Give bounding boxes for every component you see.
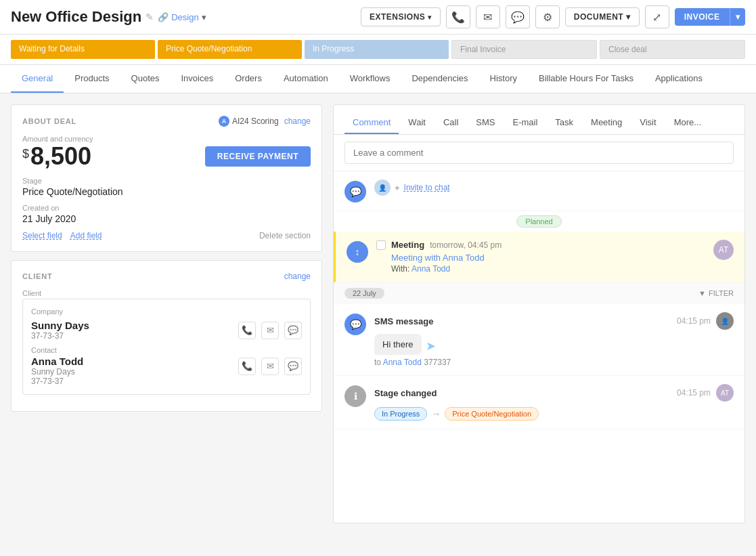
activity-tabs: Comment Wait Call SMS E-mail Task Meetin… [334, 105, 744, 135]
client-change[interactable]: change [284, 272, 311, 281]
meeting-link[interactable]: Meeting with Anna Todd [391, 253, 713, 263]
delete-section-link[interactable]: Delete section [259, 231, 311, 240]
breadcrumb: 🔗 Design ▾ [158, 12, 206, 22]
sms-bubble: Hi there [374, 334, 422, 355]
company-chat-icon[interactable]: 💬 [284, 322, 302, 339]
invoice-caret[interactable]: ▾ [730, 8, 746, 26]
expand-button[interactable]: ⤢ [645, 5, 669, 28]
contact-chat-icon[interactable]: 💬 [284, 358, 302, 375]
email-button[interactable]: ✉ [476, 5, 500, 28]
receive-payment-button[interactable]: RECEIVE PAYMENT [205, 146, 311, 167]
created-value: 21 July 2020 [22, 213, 311, 224]
contact-phone: 37-73-37 [31, 377, 83, 386]
sms-card: SMS message 04:15 pm 👤 Hi there ➤ to [374, 312, 734, 367]
stage-final-invoice[interactable]: Final Invoice [451, 40, 597, 59]
amount-field: Amount and currency $ 8,500 RECEIVE PAYM… [22, 135, 311, 169]
title-section: New Office Design ✎ 🔗 Design ▾ [11, 8, 206, 26]
stage-changed-item: ℹ Stage changed 04:15 pm AT In Progress … [334, 376, 744, 429]
stage-negotiation[interactable]: Price Quote/Negotiation [158, 40, 302, 59]
meeting-left: Meeting tomorrow, 04:45 pm Meeting with … [376, 240, 713, 274]
contact-info: Contact Anna Todd Sunny Days 37-73-37 [31, 346, 83, 386]
breadcrumb-link[interactable]: Design [171, 12, 198, 22]
meeting-activity-icon: ↕ [347, 241, 368, 263]
stage-changed-icon: ℹ [344, 385, 366, 407]
phone-button[interactable]: 📞 [446, 5, 470, 28]
invite-row: 👤 + Invite to chat [374, 179, 734, 196]
tab-applications[interactable]: Applications [644, 65, 713, 93]
activity-tab-meeting[interactable]: Meeting [583, 112, 630, 134]
about-deal-change[interactable]: change [284, 116, 311, 126]
settings-button[interactable]: ⚙ [535, 5, 560, 28]
contact-row: Contact Anna Todd Sunny Days 37-73-37 📞 … [31, 346, 302, 386]
created-field: Created on 21 July 2020 [22, 204, 311, 224]
contact-type-label: Contact [31, 346, 83, 354]
meeting-with-name[interactable]: Anna Todd [412, 264, 450, 274]
filter-button[interactable]: ▼ FILTER [698, 289, 734, 297]
meeting-row: Meeting tomorrow, 04:45 pm Meeting with … [376, 240, 734, 274]
tab-workflows[interactable]: Workflows [339, 65, 401, 93]
ai-scoring: A AI24 Scoring [219, 116, 279, 127]
about-deal-header: ABOUT DEAL A AI24 Scoring change [22, 116, 311, 127]
document-caret: ▾ [626, 12, 631, 22]
extensions-button[interactable]: EXTENSIONS ▾ [361, 7, 441, 26]
stage-waiting[interactable]: Waiting for Details [11, 40, 155, 59]
select-field-link[interactable]: Select field [22, 231, 62, 240]
tab-general[interactable]: General [11, 65, 64, 93]
comment-input[interactable] [344, 142, 734, 164]
company-type-label: Company [31, 307, 63, 317]
client-label: CLIENT [22, 272, 53, 280]
client-header: CLIENT change [22, 272, 311, 281]
client-field-label: Client [22, 289, 311, 297]
invite-chat-link[interactable]: Invite to chat [404, 183, 450, 192]
activity-tab-call[interactable]: Call [435, 112, 466, 134]
contact-phone-icon[interactable]: 📞 [238, 358, 256, 375]
chat-button[interactable]: 💬 [506, 5, 530, 28]
ai-icon: A [219, 116, 229, 127]
add-field-link[interactable]: Add field [70, 231, 102, 240]
meeting-avatar: AT [713, 240, 734, 260]
link-icon: 🔗 [158, 12, 169, 22]
tab-history[interactable]: History [479, 65, 528, 93]
amount-symbol: $ [22, 147, 29, 161]
activity-feed: 💬 👤 + Invite to chat Planned ↕ [334, 171, 744, 523]
invoice-label[interactable]: INVOICE [675, 8, 730, 26]
activity-tab-task[interactable]: Task [547, 112, 581, 134]
stage-flow: In Progress → Price Quote/Negotiation [374, 407, 734, 421]
sms-activity-icon: 💬 [344, 314, 366, 335]
sms-to-name[interactable]: Anna Todd [383, 358, 422, 367]
company-phone: 37-73-37 [31, 331, 89, 341]
about-deal-bottom-links: Select field Add field Delete section [22, 231, 311, 240]
breadcrumb-caret[interactable]: ▾ [202, 12, 206, 22]
activity-tab-comment[interactable]: Comment [344, 112, 399, 134]
tabs-bar: General Products Quotes Invoices Orders … [0, 65, 756, 93]
document-button[interactable]: DOCUMENT ▾ [565, 7, 640, 26]
tab-automation[interactable]: Automation [273, 65, 339, 93]
sms-avatar: 👤 [716, 312, 734, 330]
meeting-with: With: Anna Todd [391, 264, 713, 274]
activity-tab-visit[interactable]: Visit [631, 112, 664, 134]
tab-quotes[interactable]: Quotes [120, 65, 171, 93]
stage-close-deal[interactable]: Close deal [600, 40, 745, 59]
top-bar: New Office Design ✎ 🔗 Design ▾ EXTENSION… [0, 0, 756, 35]
invoice-button[interactable]: INVOICE ▾ [675, 8, 745, 26]
activity-tab-email[interactable]: E-mail [504, 112, 546, 134]
activity-tab-wait[interactable]: Wait [400, 112, 434, 134]
contact-email-icon[interactable]: ✉ [261, 358, 279, 375]
company-email-icon[interactable]: ✉ [261, 322, 279, 339]
tab-products[interactable]: Products [64, 65, 120, 93]
tab-orders[interactable]: Orders [224, 65, 273, 93]
amount-value: 8,500 [30, 144, 91, 169]
activity-tab-more[interactable]: More... [666, 112, 709, 134]
meeting-checkbox[interactable] [376, 240, 386, 250]
tab-invoices[interactable]: Invoices [170, 65, 224, 93]
activity-tab-sms[interactable]: SMS [468, 112, 503, 134]
tab-billable-hours[interactable]: Billable Hours For Tasks [528, 65, 644, 93]
stage-field: Stage Price Quote/Negotiation [22, 177, 311, 197]
amount-display: $ 8,500 [22, 144, 91, 169]
company-phone-icon[interactable]: 📞 [238, 322, 256, 339]
tab-dependencies[interactable]: Dependencies [401, 65, 479, 93]
contact-company-ref: Sunny Days [31, 367, 83, 377]
stage-in-progress[interactable]: In Progress [305, 40, 449, 59]
edit-icon[interactable]: ✎ [146, 12, 154, 22]
sms-title: SMS message [374, 316, 433, 326]
